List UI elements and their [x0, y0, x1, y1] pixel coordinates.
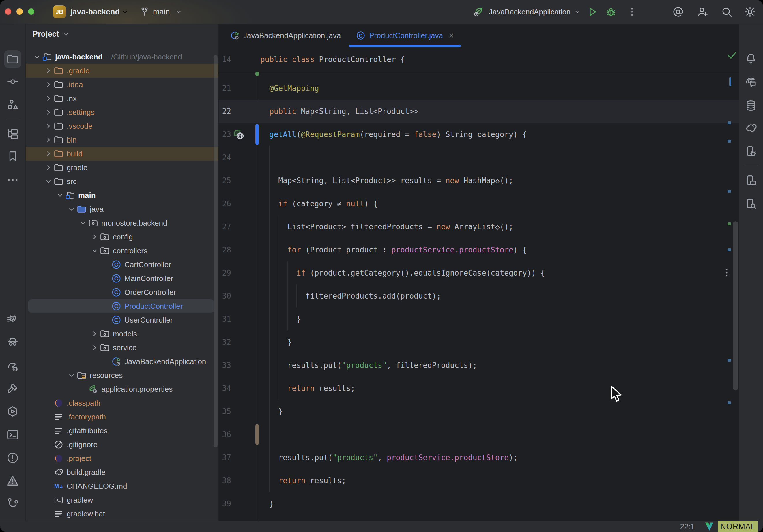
line-number[interactable]: 23: [219, 123, 231, 146]
tree-item-gradle[interactable]: gradle: [26, 161, 218, 174]
tool-stripe-flow-icon[interactable]: [6, 128, 19, 141]
tree-item-gradlew[interactable]: gradlew: [26, 493, 218, 507]
chevron-right-icon[interactable]: [90, 232, 100, 242]
code-line-29[interactable]: 29 if (product.getCategory().equalsIgnor…: [219, 262, 739, 284]
chevron-down-icon[interactable]: [90, 246, 100, 256]
code-with-me-button[interactable]: [696, 5, 709, 18]
chevron-right-icon[interactable]: [44, 163, 54, 172]
code-line-38[interactable]: 38 return results;: [219, 469, 739, 492]
chevron-right-icon[interactable]: [90, 343, 100, 353]
tree-item-UserController[interactable]: CUserController: [26, 313, 218, 327]
line-number[interactable]: 30: [219, 284, 231, 308]
tree-item-.classpath[interactable]: .classpath: [26, 396, 218, 410]
code-line-30[interactable]: 30 filteredProducts.add(product);: [219, 284, 739, 308]
tool-stripe-device-file-search-icon[interactable]: [744, 197, 758, 211]
code-text[interactable]: results.put("products", filteredProducts…: [260, 354, 477, 377]
code-text[interactable]: }: [260, 331, 292, 354]
more-actions-button[interactable]: [626, 6, 638, 18]
tree-item-monostore.backend[interactable]: monostore.backend: [26, 216, 218, 230]
chevron-right-icon[interactable]: [44, 135, 54, 145]
code-text[interactable]: for (Product product : productService.pr…: [260, 238, 527, 262]
vim-mode-badge[interactable]: NORMAL: [718, 521, 758, 532]
tree-item-ProductController[interactable]: CProductController: [26, 299, 218, 313]
chevron-down-icon[interactable]: [32, 52, 42, 62]
code-editor[interactable]: 21 @GetMapping22 public Map<String, List…: [219, 47, 739, 521]
code-text[interactable]: if (product.getCategory().equalsIgnoreCa…: [260, 262, 545, 284]
code-text[interactable]: if (category ≠ null) {: [260, 192, 378, 215]
line-number[interactable]: 35: [219, 400, 231, 423]
tree-item-controllers[interactable]: controllers: [26, 244, 218, 258]
project-selector[interactable]: java-backend: [70, 0, 120, 24]
code-line-37[interactable]: 37 results.put("products", productServic…: [219, 446, 739, 469]
code-line-35[interactable]: 35 }: [219, 400, 739, 423]
chevron-down-icon[interactable]: [55, 190, 65, 200]
tree-item-application.properties[interactable]: application.properties: [26, 382, 218, 396]
tool-stripe-project-icon[interactable]: [6, 53, 19, 66]
tree-item-.project[interactable]: .project: [26, 452, 218, 465]
code-line-24[interactable]: 24: [219, 146, 739, 169]
code-line-22[interactable]: 22 public Map<String, List<Product>>: [219, 100, 739, 123]
editor-tab-ProductController.java[interactable]: CProductController.java×: [348, 24, 461, 47]
close-window-button[interactable]: [5, 8, 11, 15]
branch-selector[interactable]: main: [153, 0, 170, 24]
line-number[interactable]: 27: [219, 215, 231, 238]
code-text[interactable]: getAll(@RequestParam(required = false) S…: [260, 123, 527, 146]
chevron-down-icon[interactable]: [67, 204, 76, 214]
tool-stripe-commit-icon[interactable]: [6, 75, 19, 88]
code-line-23[interactable]: 23 getAll(@RequestParam(required = false…: [219, 123, 739, 146]
code-text[interactable]: filteredProducts.add(product);: [260, 284, 441, 308]
code-line-34[interactable]: 34 return results;: [219, 377, 739, 400]
chevron-down-icon[interactable]: [67, 371, 76, 380]
code-line-33[interactable]: 33 results.put("products", filteredProdu…: [219, 354, 739, 377]
tree-item-resources[interactable]: resources: [26, 369, 218, 382]
tree-item-CHANGELOG.md[interactable]: MCHANGELOG.md: [26, 479, 218, 493]
debug-button[interactable]: [605, 6, 617, 18]
tool-stripe-structure-icon[interactable]: [6, 98, 19, 111]
tool-stripe-warnings-icon[interactable]: [6, 474, 19, 487]
zoom-window-button[interactable]: [28, 8, 34, 15]
tree-item-CartController[interactable]: CCartController: [26, 258, 218, 271]
code-text[interactable]: }: [260, 492, 274, 515]
code-line-39[interactable]: 39 }: [219, 492, 739, 515]
tree-item-config[interactable]: config: [26, 230, 218, 244]
code-text[interactable]: return results;: [260, 377, 355, 400]
code-line-36[interactable]: 36: [219, 423, 739, 446]
tree-item-JavaBackendApplication[interactable]: JavaBackendApplication: [26, 355, 218, 369]
tool-stripe-database-icon[interactable]: [744, 99, 758, 112]
inspections-ok-icon[interactable]: [726, 50, 737, 60]
tree-item-.vscode[interactable]: .vscode: [26, 119, 218, 133]
line-number[interactable]: 38: [219, 469, 231, 492]
tree-item-build.gradle[interactable]: build.gradle: [26, 465, 218, 479]
ai-mention-button[interactable]: [672, 5, 685, 18]
line-number[interactable]: 21: [219, 77, 231, 100]
tool-stripe-incognito-icon[interactable]: [6, 335, 19, 349]
rest-endpoint-icon[interactable]: [232, 128, 245, 141]
tool-stripe-terminal-icon[interactable]: [6, 428, 19, 441]
tree-item-build[interactable]: build: [26, 147, 218, 161]
code-line-31[interactable]: 31 }: [219, 308, 739, 331]
chevron-right-icon[interactable]: [90, 329, 100, 339]
tree-item-.factorypath[interactable]: .factorypath: [26, 410, 218, 424]
tool-stripe-notifications-icon[interactable]: [744, 52, 758, 65]
tool-stripe-services-icon[interactable]: [6, 405, 19, 418]
tree-item-main[interactable]: main: [26, 188, 218, 202]
code-text[interactable]: public Map<String, List<Product>>: [260, 100, 418, 123]
tree-item-service[interactable]: service: [26, 341, 218, 355]
tool-stripe-device-explorer-icon[interactable]: [744, 174, 758, 187]
code-line-27[interactable]: 27 List<Product> filteredProducts = new …: [219, 215, 739, 238]
run-configuration-selector[interactable]: JavaBackendApplication: [489, 0, 571, 24]
tree-item-java-backend[interactable]: java-backend~/Github/java-backend: [26, 50, 218, 64]
code-text[interactable]: }: [260, 308, 301, 331]
tree-item-.settings[interactable]: .settings: [26, 105, 218, 119]
chevron-right-icon[interactable]: [44, 80, 54, 89]
editor-tab-JavaBackendApplication.java[interactable]: JavaBackendApplication.java: [223, 24, 348, 47]
chevron-right-icon[interactable]: [44, 93, 54, 103]
project-tree-scrollbar[interactable]: [214, 55, 218, 448]
tool-stripe-build-icon[interactable]: [6, 382, 19, 395]
code-text[interactable]: Map<String, List<Product>> results = new…: [260, 169, 513, 192]
tree-item-models[interactable]: models: [26, 327, 218, 341]
code-line-26[interactable]: 26 if (category ≠ null) {: [219, 192, 739, 215]
tool-stripe-problems-icon[interactable]: [6, 451, 19, 465]
tree-item-.gitattributes[interactable]: .gitattributes: [26, 424, 218, 438]
ideavim-icon[interactable]: [704, 521, 714, 532]
